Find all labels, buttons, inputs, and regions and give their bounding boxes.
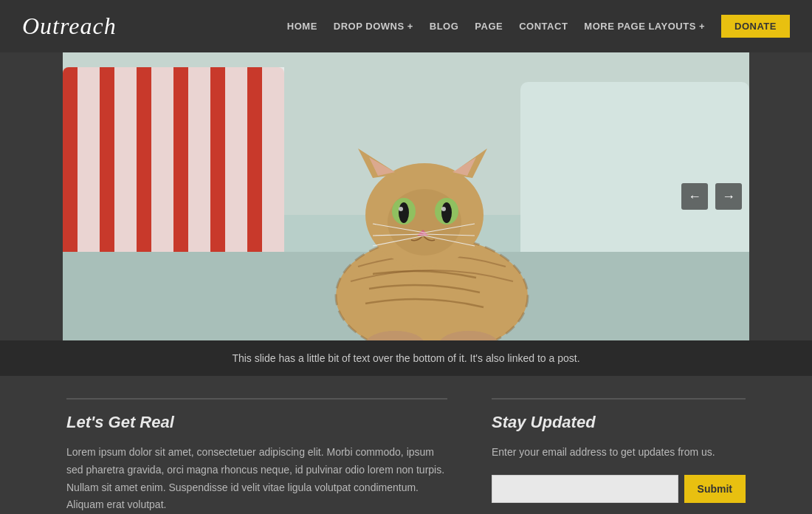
slider-caption: This slide has a little bit of text over…	[0, 340, 812, 376]
email-form: Submit	[492, 475, 746, 503]
left-section-title: Let's Get Real	[66, 413, 447, 432]
slider-next-button[interactable]: →	[715, 183, 742, 210]
svg-point-21	[399, 202, 409, 223]
svg-point-22	[441, 202, 452, 223]
slider-image	[63, 52, 749, 340]
svg-point-24	[441, 207, 446, 211]
nav-contact[interactable]: CONTACT	[519, 21, 568, 32]
submit-button[interactable]: Submit	[684, 475, 746, 503]
nav-more[interactable]: MORE PAGE LAYOUTS +	[584, 21, 705, 32]
left-column: Let's Get Real Lorem ipsum dolor sit ame…	[66, 398, 447, 514]
email-description: Enter your email address to get updates …	[492, 444, 746, 460]
nav-page[interactable]: PAGE	[475, 21, 503, 32]
email-input[interactable]	[492, 475, 678, 503]
svg-point-23	[399, 207, 403, 211]
logo: Outreach	[22, 13, 117, 40]
main-nav: HOME DROP DOWNS + BLOG PAGE CONTACT MORE…	[287, 15, 790, 38]
nav-dropdowns[interactable]: DROP DOWNS +	[334, 21, 413, 32]
slider-container: → ← This slide has a little bit of text …	[0, 52, 812, 376]
right-column: Stay Updated Enter your email address to…	[492, 398, 746, 514]
header: Outreach HOME DROP DOWNS + BLOG PAGE CON…	[0, 0, 812, 52]
donate-button[interactable]: DONATE	[721, 15, 790, 38]
left-section-body: Lorem ipsum dolor sit amet, consectetuer…	[66, 444, 447, 514]
content-section: Let's Get Real Lorem ipsum dolor sit ame…	[0, 376, 812, 514]
right-section-title: Stay Updated	[492, 413, 746, 432]
slider-prev-button[interactable]: ←	[681, 183, 708, 210]
slider-svg	[63, 52, 749, 340]
nav-home[interactable]: HOME	[287, 21, 317, 32]
nav-blog[interactable]: BLOG	[430, 21, 459, 32]
